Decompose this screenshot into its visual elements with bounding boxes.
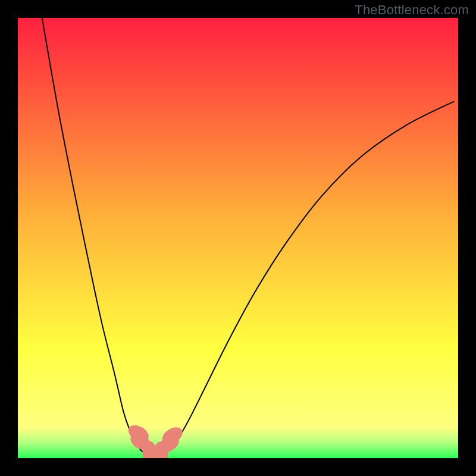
watermark-text: TheBottleneck.com: [355, 2, 469, 18]
chart-container: TheBottleneck.com: [0, 0, 476, 476]
plot-area: [18, 18, 458, 458]
chart-svg: [18, 18, 458, 458]
